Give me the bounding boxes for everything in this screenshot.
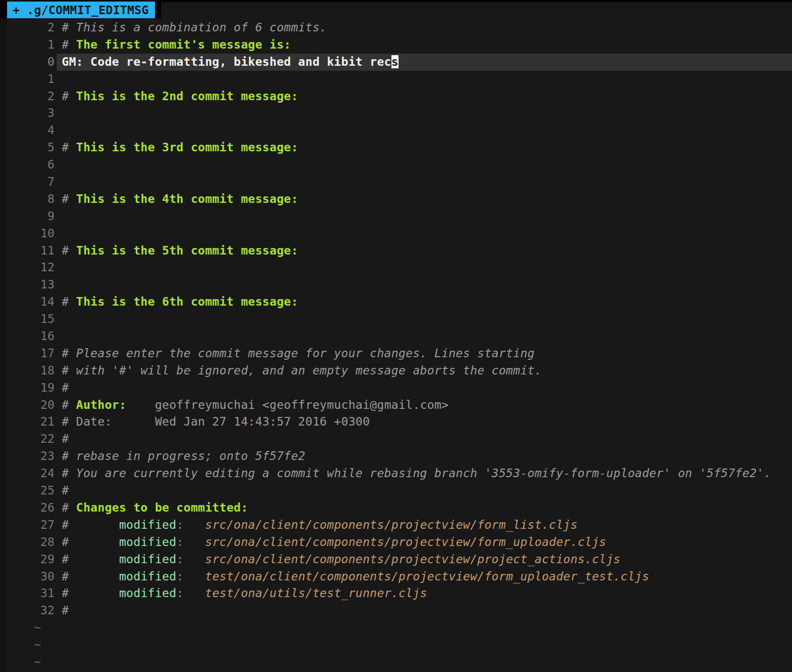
editor-line[interactable]: 31# modified: test/ona/utils/test_runner…	[0, 585, 792, 602]
tab-filename: .g/COMMIT_EDITMSG	[27, 4, 149, 17]
editor-line[interactable]: 1# The first commit's message is:	[0, 36, 792, 54]
editor-line[interactable]: 28# modified: src/ona/client/components/…	[0, 534, 792, 551]
editor-line[interactable]: 24# You are currently editing a commit w…	[0, 465, 792, 482]
text-segment-comment: #	[62, 570, 119, 583]
line-number: 13	[0, 276, 57, 293]
text-segment-plain	[184, 535, 205, 549]
filler-line: ~	[0, 619, 792, 637]
vim-window: + .g/COMMIT_EDITMSG 2# This is a combina…	[0, 0, 792, 672]
line-text: # Author: geoffreymuchai <geoffreymuchai…	[57, 397, 792, 414]
editor-line[interactable]: 16	[0, 328, 792, 345]
text-segment-comment: # with '#' will be ignored, and an empty…	[62, 364, 542, 377]
editor-line[interactable]: 3	[0, 105, 792, 122]
line-text: GM: Code re-formatting, bikeshed and kib…	[57, 54, 792, 71]
editor-line[interactable]: 21# Date: Wed Jan 27 14:43:57 2016 +0300	[0, 413, 792, 431]
text-segment-comment: #	[62, 501, 76, 514]
editor-line[interactable]: 12	[0, 259, 792, 276]
editor-line[interactable]: 11# This is the 5th commit message:	[0, 242, 792, 260]
tab-commit-editmsg[interactable]: + .g/COMMIT_EDITMSG	[7, 2, 155, 18]
editor-line[interactable]: 20# Author: geoffreymuchai <geoffreymuch…	[0, 397, 792, 414]
line-text	[57, 311, 792, 328]
text-segment-modified: modified	[119, 518, 176, 531]
editor-line[interactable]: 25#	[0, 482, 792, 499]
editor-line[interactable]: 4	[0, 122, 792, 139]
editor-line[interactable]: 17# Please enter the commit message for …	[0, 345, 792, 362]
line-text	[57, 174, 792, 191]
text-segment-comment: #	[62, 484, 69, 497]
text-segment-punct: :	[176, 518, 183, 531]
editor-line[interactable]: 6	[0, 156, 792, 174]
text-segment-comment: #	[62, 141, 76, 154]
editor-line[interactable]: 10	[0, 225, 792, 242]
editor-line[interactable]: 5# This is the 3rd commit message:	[0, 139, 792, 156]
text-segment-header: This is the 5th commit message:	[76, 244, 298, 257]
editor-line[interactable]: 29# modified: src/ona/client/components/…	[0, 551, 792, 568]
editor-line-current[interactable]: 0GM: Code re-formatting, bikeshed and ki…	[0, 54, 792, 71]
line-text	[57, 71, 792, 88]
line-text: #	[57, 431, 792, 448]
line-text: # modified: src/ona/client/components/pr…	[57, 551, 792, 568]
text-segment-path: test/ona/utils/test_runner.cljs	[205, 586, 427, 600]
text-segment-punct: :	[176, 553, 183, 566]
editor-line[interactable]: 1	[0, 71, 792, 88]
editor-line[interactable]: 14# This is the 6th commit message:	[0, 293, 792, 311]
editor-line[interactable]: 27# modified: src/ona/client/components/…	[0, 517, 792, 534]
line-number: 7	[0, 174, 57, 191]
editor-line[interactable]: 22#	[0, 431, 792, 448]
line-number: 32	[0, 602, 57, 619]
editor-line[interactable]: 8# This is the 4th commit message:	[0, 191, 792, 208]
text-segment-comment: #	[62, 398, 76, 411]
editor-line[interactable]: 23# rebase in progress; onto 5f57fe2	[0, 448, 792, 465]
text-segment-comment: #	[62, 535, 119, 549]
editor-line[interactable]: 13	[0, 276, 792, 293]
text-segment-summary: GM: Code re-formatting, bikeshed and kib…	[62, 55, 391, 68]
line-text: # This is the 5th commit message:	[57, 242, 792, 260]
text-segment-comment: #	[62, 586, 119, 600]
editor-line[interactable]: 19#	[0, 380, 792, 397]
line-text: # This is the 2nd commit message:	[57, 88, 792, 105]
editor-line[interactable]: 9	[0, 208, 792, 225]
text-segment-comment: #	[62, 604, 69, 617]
editor-buffer[interactable]: 2# This is a combination of 6 commits.1#…	[0, 19, 792, 671]
text-segment-punct: :	[176, 535, 183, 549]
line-text	[57, 225, 792, 242]
editor-line[interactable]: 2# This is the 2nd commit message:	[0, 88, 792, 105]
text-segment-comment: # Please enter the commit message for yo…	[62, 347, 535, 360]
text-segment-header: This is the 2nd commit message:	[76, 90, 298, 103]
text-segment-modified: modified	[119, 535, 176, 549]
line-text	[57, 328, 792, 345]
line-number: 30	[0, 568, 57, 585]
line-number: 1	[0, 36, 57, 54]
line-text: # modified: test/ona/client/components/p…	[57, 568, 792, 585]
editor-line[interactable]: 32#	[0, 602, 792, 619]
text-segment-modified: modified	[119, 570, 176, 583]
text-segment-comment: #	[62, 192, 76, 205]
text-segment-comment: #	[62, 518, 119, 531]
line-number: 2	[0, 88, 57, 105]
line-text	[57, 208, 792, 225]
text-segment-modified: modified	[119, 586, 176, 600]
line-number: 17	[0, 345, 57, 362]
text-segment-comment: # rebase in progress; onto 5f57fe2	[62, 449, 305, 463]
line-number: 27	[0, 517, 57, 534]
line-text	[57, 156, 792, 174]
line-text: # You are currently editing a commit whi…	[57, 465, 792, 482]
editor-line[interactable]: 26# Changes to be committed:	[0, 499, 792, 517]
editor-line[interactable]: 7	[0, 174, 792, 191]
line-number: 1	[0, 71, 57, 88]
editor-line[interactable]: 18# with '#' will be ignored, and an emp…	[0, 362, 792, 380]
line-number: 24	[0, 465, 57, 482]
text-segment-path: src/ona/client/components/projectview/fo…	[205, 535, 606, 549]
line-number: 28	[0, 534, 57, 551]
text-segment-comment: #	[62, 381, 69, 394]
editor-line[interactable]: 15	[0, 311, 792, 328]
line-text: # Changes to be committed:	[57, 499, 792, 517]
line-text	[57, 122, 792, 139]
text-segment-comment: # This is a combination of 6 commits.	[62, 21, 327, 34]
line-number: 26	[0, 499, 57, 517]
text-segment-comment: #	[62, 295, 76, 308]
line-text: # modified: src/ona/client/components/pr…	[57, 517, 792, 534]
editor-line[interactable]: 2# This is a combination of 6 commits.	[0, 19, 792, 36]
editor-line[interactable]: 30# modified: test/ona/client/components…	[0, 568, 792, 585]
line-number: 8	[0, 191, 57, 208]
